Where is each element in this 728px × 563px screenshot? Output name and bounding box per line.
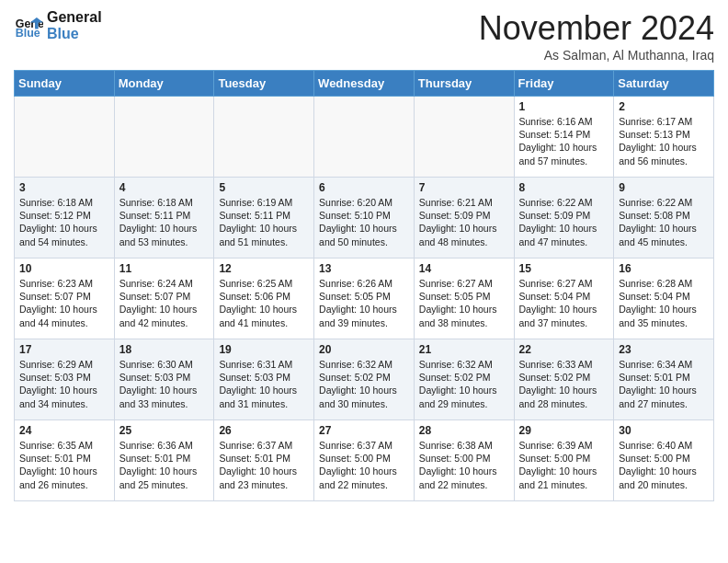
calendar-cell: 10Sunrise: 6:23 AMSunset: 5:07 PMDayligh… <box>15 259 115 339</box>
day-number: 3 <box>19 181 109 194</box>
day-number: 1 <box>519 100 609 113</box>
day-number: 16 <box>619 262 709 275</box>
day-info: Sunrise: 6:32 AM <box>319 358 409 371</box>
day-number: 6 <box>319 181 409 194</box>
header-thursday: Thursday <box>414 71 514 97</box>
day-info: Sunset: 5:05 PM <box>319 290 409 303</box>
calendar-cell: 24Sunrise: 6:35 AMSunset: 5:01 PMDayligh… <box>15 420 115 501</box>
calendar-cell: 22Sunrise: 6:33 AMSunset: 5:02 PMDayligh… <box>514 339 614 420</box>
day-number: 4 <box>119 181 210 194</box>
day-info: Sunset: 5:11 PM <box>119 209 210 222</box>
day-info: Sunrise: 6:23 AM <box>19 277 109 290</box>
day-info: Sunrise: 6:35 AM <box>19 439 109 452</box>
day-number: 18 <box>119 343 210 356</box>
day-info: Sunset: 5:02 PM <box>519 371 609 384</box>
day-info: Sunset: 5:08 PM <box>619 209 709 222</box>
calendar-cell <box>114 97 214 178</box>
day-info: Sunset: 5:07 PM <box>19 290 109 303</box>
day-info: Daylight: 10 hours and 57 minutes. <box>519 141 609 167</box>
day-number: 14 <box>419 262 509 275</box>
calendar-cell: 1Sunrise: 6:16 AMSunset: 5:14 PMDaylight… <box>514 97 614 178</box>
day-info: Sunrise: 6:16 AM <box>519 115 609 128</box>
calendar-cell <box>314 97 415 178</box>
calendar-cell: 19Sunrise: 6:31 AMSunset: 5:03 PMDayligh… <box>214 339 314 420</box>
day-info: Sunset: 5:12 PM <box>19 209 109 222</box>
calendar-cell: 11Sunrise: 6:24 AMSunset: 5:07 PMDayligh… <box>114 259 214 339</box>
day-info: Sunset: 5:04 PM <box>619 290 709 303</box>
day-info: Sunrise: 6:26 AM <box>319 277 409 290</box>
day-number: 9 <box>619 181 709 194</box>
logo-blue: Blue <box>47 26 102 42</box>
month-title: November 2024 <box>479 9 714 48</box>
day-info: Daylight: 10 hours and 35 minutes. <box>619 303 709 328</box>
calendar-week-row: 3Sunrise: 6:18 AMSunset: 5:12 PMDaylight… <box>15 178 714 259</box>
day-info: Sunrise: 6:30 AM <box>119 358 210 371</box>
day-number: 10 <box>19 262 109 275</box>
calendar-cell: 23Sunrise: 6:34 AMSunset: 5:01 PMDayligh… <box>614 339 714 420</box>
day-info: Sunset: 5:06 PM <box>219 290 309 303</box>
day-info: Sunrise: 6:28 AM <box>619 277 709 290</box>
day-info: Sunrise: 6:38 AM <box>419 439 509 452</box>
day-info: Daylight: 10 hours and 50 minutes. <box>319 222 409 247</box>
day-info: Sunrise: 6:19 AM <box>219 196 309 209</box>
day-number: 23 <box>619 343 709 356</box>
calendar-header-row: SundayMondayTuesdayWednesdayThursdayFrid… <box>15 71 714 97</box>
day-info: Sunset: 5:02 PM <box>419 371 509 384</box>
day-info: Daylight: 10 hours and 47 minutes. <box>519 222 609 247</box>
day-info: Sunset: 5:03 PM <box>119 371 210 384</box>
day-info: Sunset: 5:09 PM <box>419 209 509 222</box>
day-info: Daylight: 10 hours and 29 minutes. <box>419 384 509 409</box>
day-number: 19 <box>219 343 309 356</box>
day-info: Sunrise: 6:27 AM <box>519 277 609 290</box>
header-monday: Monday <box>114 71 214 97</box>
day-number: 26 <box>219 424 309 437</box>
calendar-week-row: 24Sunrise: 6:35 AMSunset: 5:01 PMDayligh… <box>15 420 714 501</box>
day-info: Daylight: 10 hours and 26 minutes. <box>19 465 109 490</box>
day-info: Sunset: 5:01 PM <box>119 452 210 465</box>
day-info: Sunset: 5:00 PM <box>619 452 709 465</box>
day-number: 27 <box>319 424 409 437</box>
calendar-cell: 7Sunrise: 6:21 AMSunset: 5:09 PMDaylight… <box>414 178 514 259</box>
day-info: Daylight: 10 hours and 22 minutes. <box>319 465 409 490</box>
calendar-table: SundayMondayTuesdayWednesdayThursdayFrid… <box>14 70 714 501</box>
day-info: Sunset: 5:03 PM <box>19 371 109 384</box>
day-info: Sunset: 5:05 PM <box>419 290 509 303</box>
day-info: Sunrise: 6:32 AM <box>419 358 509 371</box>
day-info: Sunset: 5:02 PM <box>319 371 409 384</box>
logo-general: General <box>47 9 102 26</box>
day-info: Daylight: 10 hours and 48 minutes. <box>419 222 509 247</box>
calendar-cell <box>15 97 115 178</box>
day-info: Sunset: 5:01 PM <box>19 452 109 465</box>
day-number: 28 <box>419 424 509 437</box>
calendar-cell: 9Sunrise: 6:22 AMSunset: 5:08 PMDaylight… <box>614 178 714 259</box>
day-info: Sunrise: 6:22 AM <box>519 196 609 209</box>
day-info: Daylight: 10 hours and 22 minutes. <box>419 465 509 490</box>
day-info: Daylight: 10 hours and 45 minutes. <box>619 222 709 247</box>
day-info: Daylight: 10 hours and 51 minutes. <box>219 222 309 247</box>
calendar-cell: 15Sunrise: 6:27 AMSunset: 5:04 PMDayligh… <box>514 259 614 339</box>
day-info: Sunrise: 6:22 AM <box>619 196 709 209</box>
page-header: General Blue General Blue November 2024 … <box>14 9 714 63</box>
calendar-cell: 13Sunrise: 6:26 AMSunset: 5:05 PMDayligh… <box>314 259 415 339</box>
calendar-week-row: 10Sunrise: 6:23 AMSunset: 5:07 PMDayligh… <box>15 259 714 339</box>
day-info: Sunset: 5:11 PM <box>219 209 309 222</box>
day-number: 25 <box>119 424 210 437</box>
logo-icon: General Blue <box>14 11 43 40</box>
day-info: Daylight: 10 hours and 38 minutes. <box>419 303 509 328</box>
day-number: 21 <box>419 343 509 356</box>
header-tuesday: Tuesday <box>214 71 314 97</box>
header-friday: Friday <box>514 71 614 97</box>
day-info: Sunrise: 6:18 AM <box>119 196 210 209</box>
day-info: Sunrise: 6:25 AM <box>219 277 309 290</box>
day-number: 30 <box>619 424 709 437</box>
day-info: Sunset: 5:03 PM <box>219 371 309 384</box>
day-info: Daylight: 10 hours and 33 minutes. <box>119 384 210 409</box>
day-info: Sunset: 5:10 PM <box>319 209 409 222</box>
calendar-cell: 6Sunrise: 6:20 AMSunset: 5:10 PMDaylight… <box>314 178 415 259</box>
calendar-cell <box>414 97 514 178</box>
calendar-cell: 26Sunrise: 6:37 AMSunset: 5:01 PMDayligh… <box>214 420 314 501</box>
day-info: Sunset: 5:01 PM <box>619 371 709 384</box>
day-info: Daylight: 10 hours and 23 minutes. <box>219 465 309 490</box>
day-info: Daylight: 10 hours and 39 minutes. <box>319 303 409 328</box>
calendar-cell: 18Sunrise: 6:30 AMSunset: 5:03 PMDayligh… <box>114 339 214 420</box>
